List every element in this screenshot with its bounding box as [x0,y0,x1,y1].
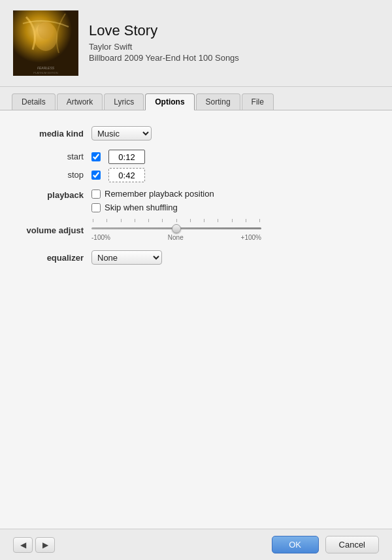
volume-labels: -100% None +100% [91,234,261,241]
volume-mid-label: None [168,234,184,241]
playback-row: playback Remember playback position Skip… [20,189,372,212]
svg-point-2 [38,21,54,39]
header: FEARLESS PLATINUM EDITION Love Story Tay… [0,0,392,87]
remember-checkbox[interactable] [91,189,101,199]
skip-label: Skip when shuffling [105,203,178,212]
volume-slider-group: -100% None +100% [91,219,261,241]
playback-label: playback [20,189,91,200]
equalizer-label: equalizer [20,253,91,263]
tick-2 [121,219,122,222]
song-title: Love Story [89,22,239,39]
skip-checkbox[interactable] [91,203,101,212]
svg-text:PLATINUM EDITION: PLATINUM EDITION [33,71,57,74]
media-kind-select[interactable]: Music Movie TV Show Podcast Audiobook [91,126,152,140]
cancel-button[interactable]: Cancel [325,536,379,553]
start-label: start [20,150,91,164]
volume-ticks-visual [91,219,261,222]
options-panel: media kind Music Movie TV Show Podcast A… [0,110,392,529]
prev-icon: ◀ [20,540,26,550]
volume-min-label: -100% [91,234,110,241]
start-checkbox[interactable] [91,152,101,161]
media-kind-row: media kind Music Movie TV Show Podcast A… [20,126,372,140]
next-button[interactable]: ▶ [35,537,55,553]
tick-1 [106,219,107,222]
tab-lyrics[interactable]: Lyrics [104,93,144,110]
tick-3 [135,219,135,222]
volume-max-label: +100% [241,234,261,241]
svg-text:FEARLESS: FEARLESS [37,66,55,70]
volume-row: volume adjust -100% None [20,219,372,241]
remember-label: Remember playback position [105,189,214,199]
album-art-background: FEARLESS PLATINUM EDITION [13,10,78,76]
tabs-bar: Details Artwork Lyrics Options Sorting F… [0,87,392,110]
tick-10 [232,219,233,222]
prev-button[interactable]: ◀ [13,537,33,553]
playback-options: Remember playback position Skip when shu… [91,189,214,212]
footer: ◀ ▶ OK Cancel [0,529,392,560]
tick-12 [259,219,260,222]
stop-checkbox[interactable] [91,171,101,180]
start-input-group [91,150,145,164]
tick-7 [190,219,191,222]
tick-5 [162,219,163,222]
tick-4 [148,219,149,222]
ok-button[interactable]: OK [272,536,319,553]
tick-0 [93,219,93,222]
skip-row[interactable]: Skip when shuffling [91,203,214,212]
tick-8 [204,219,204,222]
start-row: start [20,150,372,164]
artist-name: Taylor Swift [89,42,239,52]
volume-slider[interactable] [91,223,261,233]
tab-file[interactable]: File [242,93,274,110]
tab-details[interactable]: Details [12,93,56,110]
remember-row[interactable]: Remember playback position [91,189,214,199]
stop-time-input[interactable] [108,168,145,182]
tick-11 [246,219,246,222]
song-info: Love Story Taylor Swift Billboard 2009 Y… [89,22,239,64]
equalizer-row: equalizer None Acoustic Bass Booster Cla… [20,250,372,265]
stop-input-group [91,168,145,182]
start-time-input[interactable] [108,150,145,164]
album-art: FEARLESS PLATINUM EDITION [13,10,78,76]
tab-sorting[interactable]: Sorting [196,93,240,110]
media-kind-label: media kind [20,129,91,139]
album-name: Billboard 2009 Year-End Hot 100 Songs [89,53,239,63]
next-icon: ▶ [42,540,48,550]
nav-buttons: ◀ ▶ [13,537,55,553]
tab-artwork[interactable]: Artwork [57,93,103,110]
tick-6 [176,219,177,222]
volume-label: volume adjust [20,225,91,235]
tick-9 [218,219,218,222]
stop-label: stop [20,168,91,182]
stop-row: stop [20,168,372,182]
equalizer-select[interactable]: None Acoustic Bass Booster Classical Dan… [91,250,162,265]
action-buttons: OK Cancel [272,536,379,553]
album-art-svg: FEARLESS PLATINUM EDITION [13,10,78,76]
tab-options[interactable]: Options [145,93,194,110]
